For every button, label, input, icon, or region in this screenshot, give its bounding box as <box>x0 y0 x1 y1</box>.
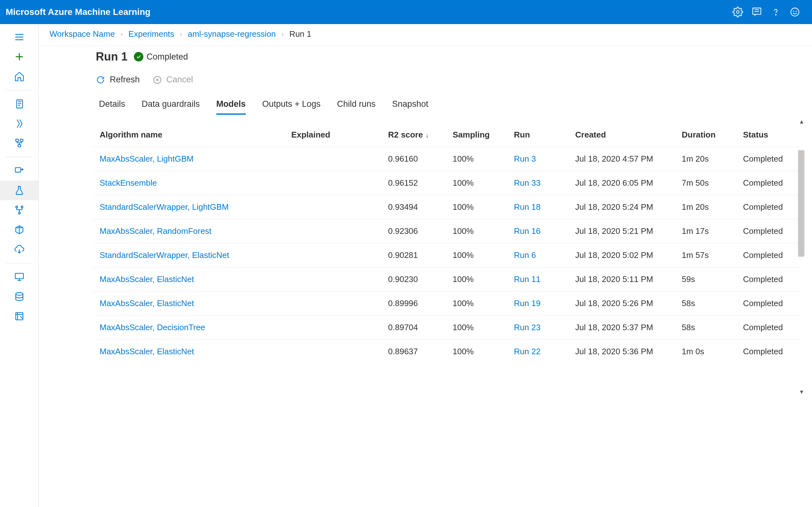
endpoints-icon[interactable] <box>0 239 38 259</box>
run-link[interactable]: Run 19 <box>514 298 541 308</box>
table-row[interactable]: MaxAbsScaler, LightGBM0.96160100%Run 3Ju… <box>93 147 803 171</box>
cell-explained <box>286 316 383 340</box>
cell-created: Jul 18, 2020 5:21 PM <box>570 219 677 243</box>
cell-sampling: 100% <box>448 147 509 171</box>
algorithm-link[interactable]: MaxAbsScaler, LightGBM <box>100 154 194 164</box>
cell-explained <box>286 291 383 316</box>
settings-gear-icon[interactable] <box>728 3 747 21</box>
cell-status: Completed <box>738 171 803 195</box>
tab-details[interactable]: Details <box>99 99 125 115</box>
cancel-icon <box>153 75 162 84</box>
designer-icon[interactable] <box>0 133 38 153</box>
breadcrumb-experiment-name[interactable]: aml-synapse-regression <box>188 29 275 39</box>
scroll-down-icon[interactable]: ▼ <box>799 389 804 395</box>
chevron-right-icon: › <box>120 31 123 38</box>
algorithm-link[interactable]: StackEnsemble <box>100 178 157 187</box>
col-header-r2-score[interactable]: R2 score↓ <box>383 123 448 147</box>
cell-sampling: 100% <box>448 340 509 364</box>
menu-toggle-icon[interactable] <box>0 27 38 47</box>
run-link[interactable]: Run 22 <box>514 347 541 356</box>
labeling-icon[interactable] <box>0 306 38 326</box>
scroll-up-icon[interactable]: ▲ <box>799 118 804 125</box>
run-link[interactable]: Run 16 <box>514 226 541 236</box>
algorithm-link[interactable]: MaxAbsScaler, ElasticNet <box>100 347 194 356</box>
col-header-sampling[interactable]: Sampling <box>448 123 509 147</box>
pipelines-icon[interactable] <box>0 200 38 220</box>
datastores-icon[interactable] <box>0 287 38 306</box>
table-row[interactable]: MaxAbsScaler, ElasticNet0.89996100%Run 1… <box>93 291 803 316</box>
col-header-duration[interactable]: Duration <box>676 123 738 147</box>
breadcrumb-experiments[interactable]: Experiments <box>129 29 174 39</box>
run-link[interactable]: Run 11 <box>514 274 541 284</box>
run-link[interactable]: Run 23 <box>514 323 541 332</box>
col-header-status[interactable]: Status <box>738 123 803 147</box>
cell-r2: 0.89637 <box>383 340 448 364</box>
run-link[interactable]: Run 3 <box>514 154 536 164</box>
home-icon[interactable] <box>0 66 38 86</box>
svg-point-2 <box>775 14 776 15</box>
algorithm-link[interactable]: MaxAbsScaler, DecisionTree <box>100 323 205 332</box>
algorithm-link[interactable]: StandardScalerWrapper, ElasticNet <box>100 250 229 260</box>
cell-duration: 7m 50s <box>676 171 738 195</box>
create-new-icon[interactable] <box>0 47 38 66</box>
smile-icon[interactable] <box>785 3 804 21</box>
automated-ml-icon[interactable] <box>0 114 38 133</box>
refresh-button[interactable]: Refresh <box>96 75 140 84</box>
cell-explained <box>286 195 383 219</box>
scrollbar-thumb[interactable] <box>798 150 804 257</box>
table-row[interactable]: StandardScalerWrapper, ElasticNet0.90281… <box>93 243 803 268</box>
page-title: Run 1 <box>96 50 128 63</box>
run-link[interactable]: Run 6 <box>514 250 536 260</box>
algorithm-link[interactable]: MaxAbsScaler, ElasticNet <box>100 298 194 308</box>
feedback-icon[interactable] <box>747 3 766 21</box>
col-header-algorithm[interactable]: Algorithm name <box>93 123 286 147</box>
experiments-icon[interactable] <box>0 181 38 200</box>
cell-created: Jul 18, 2020 5:36 PM <box>570 340 677 364</box>
action-bar: Refresh Cancel <box>39 65 812 88</box>
breadcrumb-current: Run 1 <box>289 29 311 39</box>
cell-r2: 0.90281 <box>383 243 448 268</box>
tab-snapshot[interactable]: Snapshot <box>392 99 428 115</box>
table-row[interactable]: MaxAbsScaler, ElasticNet0.90230100%Run 1… <box>93 268 803 291</box>
col-header-explained[interactable]: Explained <box>286 123 383 147</box>
run-link[interactable]: Run 18 <box>514 202 541 212</box>
compute-icon[interactable] <box>0 267 38 287</box>
table-row[interactable]: MaxAbsScaler, DecisionTree0.89704100%Run… <box>93 316 803 340</box>
svg-rect-10 <box>15 168 20 172</box>
tab-models[interactable]: Models <box>216 99 246 115</box>
help-icon[interactable] <box>766 3 785 21</box>
cell-sampling: 100% <box>448 291 509 316</box>
algorithm-link[interactable]: StandardScalerWrapper, LightGBM <box>100 202 229 212</box>
models-icon[interactable] <box>0 220 38 239</box>
sidebar-divider <box>6 90 33 90</box>
col-header-run[interactable]: Run <box>509 123 570 147</box>
table-row[interactable]: StackEnsemble0.96152100%Run 33Jul 18, 20… <box>93 171 803 195</box>
algorithm-link[interactable]: MaxAbsScaler, RandomForest <box>100 226 212 236</box>
cell-created: Jul 18, 2020 4:57 PM <box>570 147 677 171</box>
col-header-created[interactable]: Created <box>570 123 677 147</box>
breadcrumb-workspace[interactable]: Workspace Name <box>49 29 115 39</box>
table-row[interactable]: MaxAbsScaler, ElasticNet0.89637100%Run 2… <box>93 340 803 364</box>
cell-duration: 1m 20s <box>676 147 738 171</box>
datasets-icon[interactable] <box>0 161 38 181</box>
main-content: Workspace Name› Experiments› aml-synapse… <box>39 24 812 507</box>
tab-child-runs[interactable]: Child runs <box>337 99 376 115</box>
cell-created: Jul 18, 2020 5:11 PM <box>570 268 677 291</box>
algorithm-link[interactable]: MaxAbsScaler, ElasticNet <box>100 274 194 284</box>
cell-duration: 1m 0s <box>676 340 738 364</box>
left-sidebar <box>0 24 39 507</box>
tab-outputs-logs[interactable]: Outputs + Logs <box>262 99 321 115</box>
cancel-button: Cancel <box>153 75 193 84</box>
run-link[interactable]: Run 33 <box>514 178 541 187</box>
table-row[interactable]: MaxAbsScaler, RandomForest0.92306100%Run… <box>93 219 803 243</box>
cell-r2: 0.89704 <box>383 316 448 340</box>
table-row[interactable]: StandardScalerWrapper, LightGBM0.9349410… <box>93 195 803 219</box>
svg-point-3 <box>791 8 799 16</box>
cell-sampling: 100% <box>448 268 509 291</box>
cell-sampling: 100% <box>448 219 509 243</box>
tab-bar: Details Data guardrails Models Outputs +… <box>39 88 812 115</box>
tab-data-guardrails[interactable]: Data guardrails <box>142 99 200 115</box>
cell-explained <box>286 219 383 243</box>
svg-point-12 <box>21 206 23 208</box>
notebooks-icon[interactable] <box>0 94 38 114</box>
